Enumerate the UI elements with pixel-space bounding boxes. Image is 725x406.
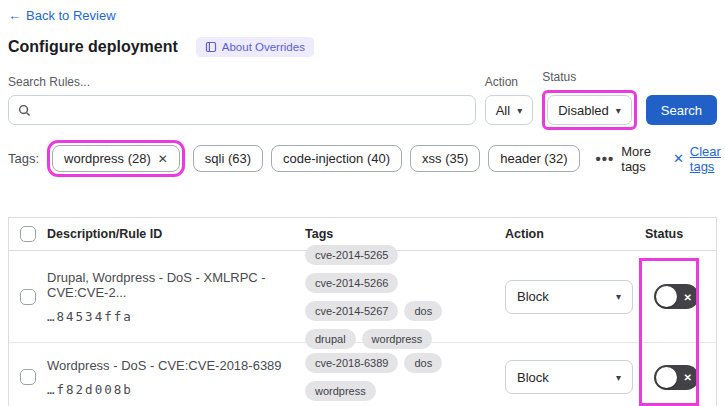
- rule-tag-pill: cve-2014-5265: [305, 245, 398, 265]
- row-checkbox[interactable]: [20, 289, 36, 305]
- back-to-review-link[interactable]: ← Back to Review: [8, 8, 116, 23]
- clear-x-icon: ✕: [673, 151, 684, 166]
- title-row: Configure deployment About Overrides: [8, 37, 717, 57]
- rule-tags-cell: cve-2014-5265 cve-2014-5266 cve-2014-526…: [297, 245, 497, 349]
- search-group: Search Rules...: [8, 75, 476, 125]
- rule-tag-pill: drupal: [305, 329, 356, 349]
- rule-id: …84534ffa: [47, 309, 297, 324]
- column-header-description: Description/Rule ID: [39, 227, 297, 241]
- column-header-tags: Tags: [297, 227, 497, 241]
- rule-tag-pill: wordpress: [362, 329, 433, 349]
- rule-tag-pill: cve-2014-5267: [305, 301, 398, 321]
- status-filter-value: Disabled: [558, 103, 609, 118]
- tag-chip-header[interactable]: header (32): [488, 145, 579, 172]
- rule-description: Drupal, Wordpress - DoS - XMLRPC - CVE:C…: [47, 270, 297, 300]
- tags-bar: Tags: wordpress (28) ✕ sqli (63) code-in…: [8, 140, 717, 177]
- action-select[interactable]: Block ▾: [505, 360, 633, 394]
- rule-description-cell: Drupal, Wordpress - DoS - XMLRPC - CVE:C…: [39, 270, 297, 324]
- action-filter-label: Action: [485, 75, 533, 89]
- search-box: [8, 95, 476, 125]
- tag-chip-wordpress[interactable]: wordpress (28) ✕: [52, 145, 180, 172]
- row-checkbox-cell: [9, 289, 39, 305]
- rules-table: Description/Rule ID Tags Action Status D…: [8, 217, 717, 406]
- tag-chip-label: code-injection (40): [283, 151, 390, 166]
- tag-chip-label: header (32): [500, 151, 567, 166]
- rule-tag-pill: cve-2014-5266: [305, 273, 398, 293]
- configure-deployment-page: ← Back to Review Configure deployment Ab…: [0, 0, 725, 406]
- toggle-knob: [656, 286, 677, 307]
- clear-tags-link[interactable]: ✕ Clear tags: [673, 144, 721, 174]
- about-overrides-label: About Overrides: [222, 41, 305, 53]
- back-arrow-icon: ←: [8, 8, 21, 23]
- search-rules-label: Search Rules...: [8, 75, 476, 89]
- about-overrides-badge[interactable]: About Overrides: [196, 37, 314, 57]
- rule-tag-pill: wordpress: [305, 381, 376, 401]
- more-tags-label: More tags: [621, 144, 651, 174]
- remove-tag-icon[interactable]: ✕: [158, 152, 168, 166]
- rule-tag-pill: dos: [404, 353, 442, 373]
- rule-tag-pill: cve-2018-6389: [305, 353, 398, 373]
- search-icon: [18, 104, 31, 117]
- caret-down-icon: ▾: [616, 372, 621, 383]
- clear-tags-label: Clear tags: [690, 144, 721, 174]
- caret-down-icon: ▾: [616, 105, 621, 116]
- table-row: Drupal, Wordpress - DoS - XMLRPC - CVE:C…: [9, 251, 716, 343]
- tag-chip-label: sqli (63): [205, 151, 251, 166]
- action-select[interactable]: Block ▾: [505, 280, 633, 314]
- status-toggle-off[interactable]: ✕: [654, 284, 699, 309]
- ellipsis-icon: •••: [596, 150, 615, 167]
- row-checkbox-cell: [9, 369, 39, 385]
- status-filter-highlight-annotation: Disabled ▾: [542, 90, 637, 130]
- tag-chip-label: xss (35): [422, 151, 468, 166]
- page-title: Configure deployment: [8, 38, 178, 56]
- action-filter-value: All: [496, 103, 510, 118]
- column-header-action: Action: [497, 227, 637, 241]
- rule-action-cell: Block ▾: [497, 360, 637, 394]
- rule-action-cell: Block ▾: [497, 280, 637, 314]
- docs-book-icon: [205, 41, 217, 53]
- table-row: Wordpress - DoS - CVE:CVE-2018-6389 …f82…: [9, 343, 716, 406]
- column-header-status: Status: [637, 227, 716, 241]
- rule-tags-cell: cve-2018-6389 dos wordpress: [297, 353, 497, 401]
- rule-id: …f82d008b: [47, 382, 297, 397]
- rule-status-cell: ✕: [637, 365, 716, 390]
- rule-tag-pill: dos: [404, 301, 442, 321]
- action-filter-select[interactable]: All ▾: [485, 95, 533, 125]
- tag-chip-code-injection[interactable]: code-injection (40): [271, 145, 402, 172]
- rule-description: Wordpress - DoS - CVE:CVE-2018-6389: [47, 358, 297, 373]
- status-filter-group: Status Disabled ▾: [542, 70, 637, 130]
- tag-chip-sqli[interactable]: sqli (63): [193, 145, 263, 172]
- search-button[interactable]: Search: [646, 95, 717, 125]
- row-checkbox[interactable]: [20, 369, 36, 385]
- rule-status-cell: ✕: [637, 284, 716, 309]
- toggle-knob: [656, 367, 677, 388]
- tag-chip-xss[interactable]: xss (35): [410, 145, 480, 172]
- select-all-checkbox[interactable]: [20, 226, 36, 242]
- more-tags-button[interactable]: ••• More tags: [596, 144, 651, 174]
- back-link-label: Back to Review: [26, 8, 116, 23]
- header-checkbox-cell: [9, 226, 39, 242]
- toggle-x-icon: ✕: [684, 372, 692, 383]
- status-toggle-off[interactable]: ✕: [654, 365, 699, 390]
- status-filter-select[interactable]: Disabled ▾: [547, 95, 632, 125]
- action-filter-group: Action All ▾: [485, 75, 533, 130]
- tags-label: Tags:: [8, 151, 39, 166]
- selected-tag-highlight-annotation: wordpress (28) ✕: [47, 140, 185, 177]
- caret-down-icon: ▾: [616, 291, 621, 302]
- action-select-value: Block: [517, 289, 549, 304]
- toggle-x-icon: ✕: [684, 291, 692, 302]
- status-filter-label: Status: [542, 70, 637, 84]
- tag-chip-label: wordpress (28): [64, 151, 151, 166]
- search-rules-input[interactable]: [38, 103, 466, 118]
- filter-bar: Search Rules... Action All ▾ Status Disa…: [8, 70, 717, 130]
- caret-down-icon: ▾: [517, 105, 522, 116]
- rule-description-cell: Wordpress - DoS - CVE:CVE-2018-6389 …f82…: [39, 358, 297, 397]
- action-select-value: Block: [517, 370, 549, 385]
